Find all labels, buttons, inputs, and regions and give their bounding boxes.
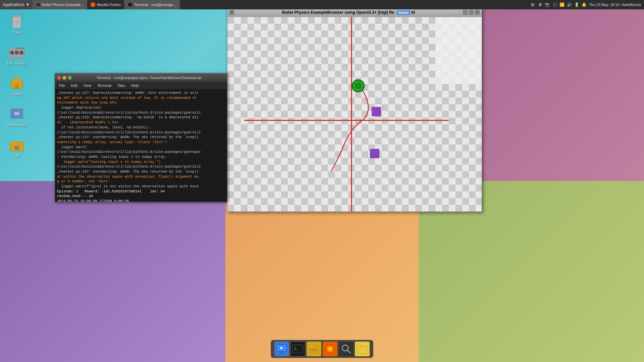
folder-icon (356, 343, 368, 355)
trash-icon (10, 13, 23, 29)
svg-rect-35 (280, 352, 284, 353)
terminal-title: Terminal - root@orangepi aipro: /home/Hw… (73, 76, 225, 80)
svg-rect-8 (9, 48, 15, 50)
svg-text:▶: ▶ (280, 346, 283, 350)
home-graphic (9, 75, 25, 91)
wifi-icon: 📶 (559, 2, 565, 7)
physics-maximize-btn[interactable]: □ (469, 10, 474, 15)
files-icon (308, 343, 320, 355)
svg-rect-53 (357, 346, 362, 348)
svg-point-49 (329, 348, 331, 350)
folder-locked-icon (9, 136, 25, 153)
dock-terminal[interactable]: $_ (290, 342, 305, 356)
terminal-window: ✕ − □ Terminal - root@orangepi aipro: /h… (55, 73, 227, 202)
svg-rect-27 (435, 17, 482, 84)
terminal-menu: File Edit View Terminal Tabs Help (55, 82, 227, 89)
apps-chevron: ▼ (26, 2, 30, 7)
web-icon (324, 343, 336, 355)
terminal-close-btn[interactable]: ✕ (57, 76, 61, 80)
network-grid-icon: ⊞ (530, 2, 535, 7)
terminal-menu-tabs[interactable]: Tabs (115, 83, 128, 88)
dock-screen[interactable]: ▶ (274, 342, 289, 356)
screen-icon: ▶ (276, 343, 288, 355)
taskbar-firefox[interactable]: Mozilla Firefox (87, 0, 124, 9)
terminal-menu-help[interactable]: Help (128, 83, 142, 88)
car-graphic (9, 136, 25, 153)
trash-graphic (9, 13, 25, 29)
physics-minimize-btn[interactable]: _ (463, 10, 468, 15)
physics-title: Bullet Physics ExampleBrowser using Open… (235, 10, 462, 15)
reserved-fs-graphic: SD (9, 106, 25, 122)
terminal-menu-file[interactable]: File (56, 83, 68, 88)
kazam-badge: kazam (397, 10, 411, 15)
bluetooth-icon: ⬡ (552, 2, 557, 7)
task-firefox-label: Mozilla Firefox (97, 3, 121, 7)
svg-point-10 (15, 51, 19, 55)
checker-board (227, 17, 482, 212)
svg-line-51 (347, 350, 350, 353)
physics-menu-btn[interactable]: ☰ (229, 10, 234, 15)
terminal-menu-view[interactable]: View (81, 83, 94, 88)
taskbar-terminal[interactable]: Terminal - root@orange... (124, 0, 180, 9)
svg-rect-36 (278, 353, 285, 354)
terminal-icon (128, 2, 132, 7)
task-terminal-label: Terminal - root@orange... (134, 3, 176, 7)
filesystem-graphic (9, 44, 25, 60)
terminal-max-btn[interactable]: □ (68, 76, 72, 80)
terminal-titlebar: ✕ − □ Terminal - root@orangepi aipro: /h… (55, 73, 227, 82)
camera-icon: 📷 (545, 2, 550, 7)
desktop-icon-home[interactable]: Home (3, 73, 30, 98)
dock-web[interactable] (323, 342, 337, 356)
dock-search[interactable] (339, 342, 354, 356)
battery-icon: 🔋 (574, 2, 580, 7)
notification-icon: 🔔 (582, 2, 587, 7)
terminal-min-btn[interactable]: − (62, 76, 66, 80)
desktop-icon-trash[interactable]: Trash (3, 12, 30, 36)
car-label: car (14, 154, 19, 158)
applications-menu[interactable]: Applications ▼ (0, 0, 33, 9)
taskbar-right: ⊞ 🖥 📷 ⬡ 📶 🔊 🔋 🔔 Thu 23 May, 18:10 HwHiAi… (527, 0, 644, 9)
apps-label: Applications (3, 2, 24, 7)
desktop-icon-reserved-fs[interactable]: SD reserved_fs (3, 104, 30, 128)
display-icon: 🖥 (537, 2, 543, 7)
volume-icon: 🔊 (567, 2, 572, 7)
svg-rect-33 (370, 149, 379, 158)
dock: ▶ $_ (271, 340, 373, 358)
svg-rect-45 (311, 350, 316, 351)
taskbar-bullet-physics[interactable]: Bullet Physics Example... (33, 0, 88, 9)
svg-point-9 (10, 51, 14, 55)
svg-rect-32 (372, 107, 381, 116)
svg-text:SD: SD (14, 112, 19, 116)
svg-rect-43 (309, 346, 313, 347)
svg-text:$_: $_ (294, 347, 298, 350)
dock-folder[interactable] (355, 342, 370, 356)
svg-rect-13 (15, 85, 19, 89)
home-label: Home (12, 92, 21, 96)
terminal-body[interactable]: _checker.py:227: DeprecationWarning: WAR… (55, 89, 227, 202)
svg-rect-31 (356, 83, 361, 88)
terminal-menu-edit[interactable]: Edit (68, 83, 80, 88)
svg-rect-18 (10, 142, 16, 144)
bullet-physics-icon (36, 2, 41, 7)
svg-rect-2 (15, 14, 19, 16)
drive-icon: SD (9, 106, 25, 122)
dock-files[interactable] (307, 342, 321, 356)
task-bullet-label: Bullet Physics Example... (42, 3, 84, 7)
datetime: Thu 23 May, 18:10 (589, 3, 620, 7)
terminal-dock-icon: $_ (292, 343, 304, 355)
home-icon (9, 75, 25, 91)
reserved-fs-label: reserved_fs (7, 123, 26, 127)
physics-window: ☰ Bullet Physics ExampleBrowser using Op… (227, 7, 482, 212)
terminal-menu-terminal[interactable]: Terminal (95, 83, 114, 88)
search-icon (340, 343, 352, 355)
svg-rect-21 (16, 146, 18, 148)
physics-close-btn[interactable]: ✕ (475, 10, 480, 15)
taskbar-top: Applications ▼ Bullet Physics Example...… (0, 0, 644, 9)
firefox-icon (91, 2, 95, 7)
desktop-icon-filesystem[interactable]: File System (3, 43, 30, 67)
desktop-icon-car[interactable]: car (3, 135, 30, 159)
task-items: Bullet Physics Example... Mozilla Firefo… (33, 0, 527, 9)
desktop: Applications ▼ Bullet Physics Example...… (0, 0, 644, 362)
filesystem-label: File System (7, 61, 26, 65)
username: HwHiAiUser (622, 3, 641, 7)
